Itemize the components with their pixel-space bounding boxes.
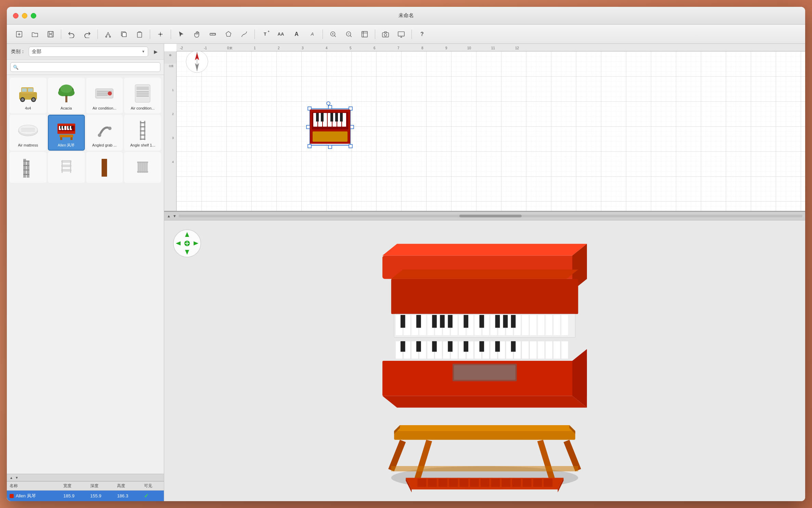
present-button[interactable] bbox=[394, 28, 408, 41]
svg-text:11: 11 bbox=[491, 46, 495, 50]
svg-rect-7 bbox=[137, 32, 142, 37]
item-label-allen: Allen 风琴 bbox=[58, 143, 75, 148]
grid-item-4x4[interactable]: 4x4 bbox=[10, 78, 47, 113]
category-bar: 类别： 全部 ▼ ▶ bbox=[7, 44, 164, 60]
svg-rect-13 bbox=[362, 31, 368, 37]
down-arrow-control[interactable]: ▼ bbox=[173, 214, 176, 218]
item-label-angle-shelf: Angle shelf 1... bbox=[130, 143, 155, 148]
svg-rect-53 bbox=[63, 126, 64, 129]
cut-button[interactable] bbox=[101, 28, 115, 41]
svg-rect-183 bbox=[480, 315, 484, 328]
open-button[interactable] bbox=[28, 28, 42, 41]
camera-button[interactable] bbox=[379, 28, 392, 41]
traffic-lights bbox=[13, 13, 36, 18]
add-point-button[interactable] bbox=[154, 28, 167, 41]
svg-rect-186 bbox=[511, 315, 516, 328]
svg-rect-178 bbox=[416, 315, 421, 328]
grid-item-row3-1[interactable] bbox=[10, 152, 47, 183]
svg-rect-118 bbox=[308, 144, 311, 148]
prop-width-value: 185.9 bbox=[63, 493, 90, 498]
grid-item-acacia[interactable]: Acacia bbox=[48, 78, 85, 113]
minimize-button[interactable] bbox=[22, 13, 27, 18]
prop-header-visible: 可见 bbox=[144, 483, 161, 489]
svg-rect-231 bbox=[512, 479, 521, 487]
text-a-small-button[interactable]: A bbox=[305, 28, 319, 41]
category-dropdown[interactable]: 全部 ▼ bbox=[29, 47, 148, 57]
pointer-button[interactable] bbox=[174, 28, 188, 41]
svg-rect-72 bbox=[23, 169, 29, 170]
svg-point-32 bbox=[108, 91, 112, 96]
chevron-down-icon: ▼ bbox=[142, 50, 145, 53]
grid-item-row3-3[interactable] bbox=[86, 152, 123, 183]
svg-text:1: 1 bbox=[172, 88, 174, 92]
item-icon-acacia bbox=[55, 81, 78, 104]
add-text-button[interactable]: T+ bbox=[258, 28, 272, 41]
svg-point-29 bbox=[60, 85, 73, 93]
svg-rect-64 bbox=[140, 126, 145, 127]
divider-thumb[interactable] bbox=[459, 215, 522, 217]
svg-rect-33 bbox=[97, 93, 108, 94]
expand-button[interactable]: ▶ bbox=[152, 48, 160, 56]
svg-rect-109 bbox=[176, 51, 805, 211]
measure-button[interactable] bbox=[206, 28, 220, 41]
svg-rect-56 bbox=[60, 135, 73, 137]
prop-row-allen[interactable]: Allen 风琴 185.9 155.9 186.3 ✓ bbox=[7, 491, 164, 501]
grid-item-angle-shelf[interactable]: Angle shelf 1... bbox=[124, 115, 161, 150]
grid-item-air-cond-2[interactable]: Air condition... bbox=[124, 78, 161, 113]
help-button[interactable]: ? bbox=[415, 28, 429, 41]
svg-rect-171 bbox=[522, 315, 529, 335]
svg-rect-71 bbox=[23, 165, 29, 166]
up-arrow-control[interactable]: ▲ bbox=[167, 214, 171, 218]
svg-rect-81 bbox=[146, 162, 147, 173]
grid-item-air-mattress[interactable]: Air mattress bbox=[10, 115, 47, 150]
grid-item-angled-grab[interactable]: Angled grab ... bbox=[86, 115, 123, 150]
polygon-button[interactable] bbox=[222, 28, 235, 41]
svg-rect-37 bbox=[136, 91, 149, 92]
grid-item-row3-2[interactable] bbox=[48, 152, 85, 183]
prop-header-width: 宽度 bbox=[63, 483, 90, 489]
scroll-down-arrow[interactable]: ▼ bbox=[15, 476, 18, 480]
svg-rect-119 bbox=[349, 144, 352, 148]
svg-rect-138 bbox=[335, 113, 338, 122]
grid-item-air-cond-1[interactable]: Air condition... bbox=[86, 78, 123, 113]
save-button[interactable] bbox=[44, 28, 57, 41]
grid-item-row3-4[interactable] bbox=[124, 152, 161, 183]
path-button[interactable] bbox=[237, 28, 251, 41]
hand-button[interactable] bbox=[190, 28, 204, 41]
maximize-button[interactable] bbox=[31, 13, 36, 18]
svg-point-2 bbox=[106, 36, 107, 37]
undo-button[interactable] bbox=[65, 28, 78, 41]
redo-button[interactable] bbox=[80, 28, 94, 41]
item-label-air-mattress: Air mattress bbox=[18, 143, 38, 148]
grid-item-allen[interactable]: Allen 风琴 bbox=[48, 115, 85, 150]
close-button[interactable] bbox=[13, 13, 18, 18]
item-icon-row3-4 bbox=[131, 155, 154, 179]
item-label-air-cond-1: Air condition... bbox=[93, 106, 117, 111]
copy-button[interactable] bbox=[117, 28, 131, 41]
svg-rect-152 bbox=[391, 279, 578, 314]
new-plan-button[interactable] bbox=[12, 28, 26, 41]
svg-rect-84 bbox=[176, 44, 805, 51]
item-icon-row3-3 bbox=[93, 155, 116, 179]
text-aa-button[interactable]: AA bbox=[274, 28, 288, 41]
svg-rect-52 bbox=[60, 126, 62, 129]
scroll-up-arrow[interactable]: ▲ bbox=[10, 476, 13, 480]
item-label-4x4: 4x4 bbox=[25, 106, 31, 111]
window-title: 未命名 bbox=[398, 12, 414, 19]
grid-canvas[interactable]: N bbox=[176, 51, 805, 211]
svg-rect-181 bbox=[448, 315, 453, 328]
text-a-large-button[interactable]: A bbox=[290, 28, 303, 41]
canvas-3d[interactable] bbox=[164, 220, 805, 501]
zoom-out-button[interactable] bbox=[342, 28, 356, 41]
fit-window-button[interactable] bbox=[358, 28, 371, 41]
svg-rect-38 bbox=[136, 93, 149, 94]
search-input[interactable] bbox=[10, 62, 160, 72]
svg-text:0米: 0米 bbox=[169, 64, 174, 68]
svg-rect-34 bbox=[97, 95, 108, 96]
prop-header-depth: 深度 bbox=[90, 483, 117, 489]
paste-button[interactable] bbox=[133, 28, 146, 41]
svg-rect-226 bbox=[460, 479, 469, 487]
svg-rect-137 bbox=[330, 113, 333, 122]
zoom-in-button[interactable] bbox=[326, 28, 340, 41]
canvas-2d[interactable]: -2 -1 0米 1 2 3 4 5 6 7 8 9 10 11 bbox=[164, 44, 805, 212]
